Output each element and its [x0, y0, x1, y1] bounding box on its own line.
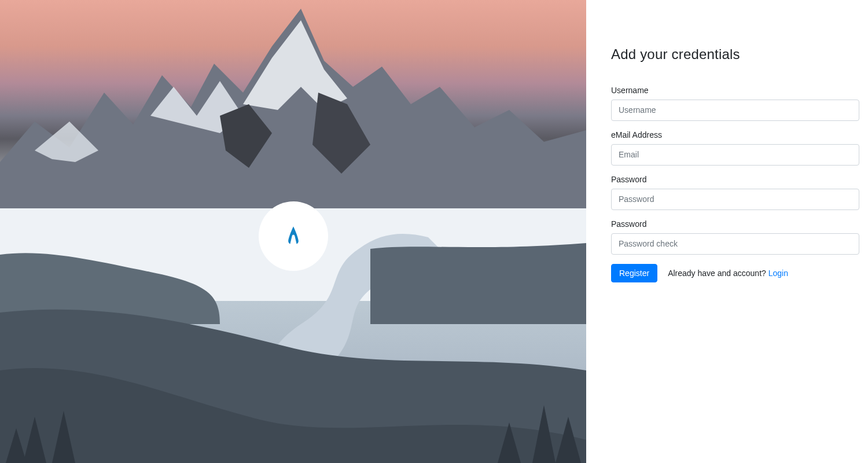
password-check-input[interactable] [611, 233, 859, 255]
field-email: eMail Address [611, 130, 859, 166]
already-have-account: Already have and account? Login [668, 269, 788, 278]
email-input[interactable] [611, 144, 859, 166]
login-link[interactable]: Login [768, 269, 788, 278]
email-label: eMail Address [611, 130, 859, 139]
hero-panel [0, 0, 586, 463]
username-input[interactable] [611, 100, 859, 121]
username-label: Username [611, 86, 859, 95]
page-title: Add your credentials [611, 46, 859, 63]
already-text: Already have and account? [668, 269, 768, 278]
svg-marker-13 [292, 235, 295, 244]
brand-logo [259, 201, 328, 271]
field-username: Username [611, 86, 859, 121]
form-actions: Register Already have and account? Login [611, 264, 859, 282]
field-password-check: Password [611, 219, 859, 255]
register-form-panel: Add your credentials Username eMail Addr… [586, 0, 868, 463]
password-check-label: Password [611, 219, 859, 229]
brand-logo-icon [282, 225, 305, 248]
password-label: Password [611, 175, 859, 184]
field-password: Password [611, 175, 859, 210]
register-button[interactable]: Register [611, 264, 657, 282]
password-input[interactable] [611, 189, 859, 210]
